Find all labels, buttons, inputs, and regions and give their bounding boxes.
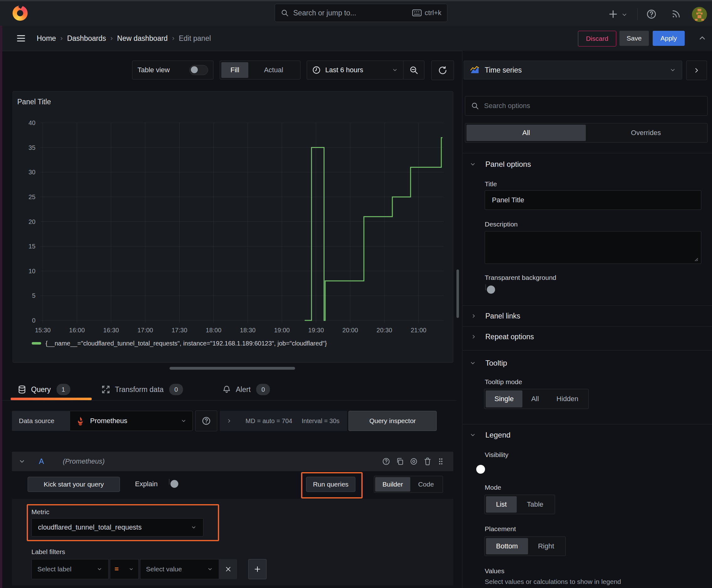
actual-option[interactable]: Actual xyxy=(248,62,299,78)
chart-legend[interactable]: {__name__="cloudflared_tunnel_total_requ… xyxy=(32,339,327,348)
query-ref-header[interactable]: A (Prometheus) xyxy=(12,452,453,471)
keyboard-icon xyxy=(412,9,422,16)
explain-toggle[interactable] xyxy=(169,479,170,485)
section-divider xyxy=(462,350,712,351)
delete-query-trash-icon[interactable] xyxy=(421,457,434,466)
placement-right[interactable]: Right xyxy=(528,538,564,554)
add-chevron-down-icon[interactable] xyxy=(621,11,628,18)
duplicate-query-icon[interactable] xyxy=(393,457,407,466)
select-label-dropdown[interactable]: Select label xyxy=(31,559,109,579)
news-rss-icon[interactable] xyxy=(670,8,682,20)
datasource-help-button[interactable] xyxy=(195,411,217,431)
datasource-picker[interactable]: Prometheus xyxy=(70,411,193,431)
tab-transform[interactable]: Transform data 0 xyxy=(101,382,183,397)
tab-query[interactable]: Query 1 xyxy=(17,382,70,397)
transform-icon xyxy=(101,385,110,394)
time-range-picker[interactable]: Last 6 hours xyxy=(307,61,403,79)
tab-query-label: Query xyxy=(31,385,51,394)
query-options-summary[interactable]: MD = auto = 704 Interval = 30s xyxy=(220,411,347,431)
tab-overrides[interactable]: Overrides xyxy=(586,125,706,141)
svg-text:17:30: 17:30 xyxy=(171,327,187,334)
collapse-options-button[interactable] xyxy=(686,61,707,80)
drag-handle-grip-icon[interactable] xyxy=(434,457,447,466)
horizontal-scrollbar[interactable] xyxy=(170,367,295,370)
metric-select[interactable]: cloudflared_tunnel_total_requests xyxy=(31,518,203,537)
menu-hamburger-icon[interactable] xyxy=(14,32,28,45)
tooltip-header[interactable]: Tooltip xyxy=(469,358,507,369)
add-button[interactable] xyxy=(607,8,619,20)
operator-chevron-down-icon xyxy=(128,566,134,572)
svg-text:20:30: 20:30 xyxy=(376,327,392,334)
legend-mode-group: List Table xyxy=(484,495,555,514)
datasource-label: Data source xyxy=(12,411,70,431)
kick-start-query-button[interactable]: Kick start your query xyxy=(28,477,120,492)
discard-button[interactable]: Discard xyxy=(578,31,616,46)
operator-dropdown[interactable]: = xyxy=(110,559,139,579)
save-button[interactable]: Save xyxy=(619,31,649,46)
section-divider xyxy=(462,424,712,424)
panel-links-header[interactable]: Panel links xyxy=(470,311,520,321)
tab-transform-label: Transform data xyxy=(115,385,164,394)
tooltip-mode-single[interactable]: Single xyxy=(486,391,522,407)
breadcrumb: Home › Dashboards › New dashboard › Edit… xyxy=(37,26,211,51)
grafana-logo[interactable] xyxy=(13,6,28,21)
query-ref-id: A xyxy=(39,457,44,466)
zoom-out-icon[interactable] xyxy=(404,61,424,79)
options-chevron-right-icon xyxy=(226,418,232,424)
panel-links-chevron-right-icon xyxy=(470,313,477,319)
global-search[interactable]: Search or jump to... ctrl+k xyxy=(275,4,447,22)
resize-handle-icon[interactable] xyxy=(692,255,699,262)
code-option[interactable]: Code xyxy=(410,477,442,491)
time-range-label: Last 6 hours xyxy=(325,66,363,74)
select-value-dropdown[interactable]: Select value xyxy=(140,559,219,579)
tab-transform-count: 0 xyxy=(169,384,183,395)
transparent-bg-toggle[interactable] xyxy=(486,284,486,290)
tooltip-mode-hidden[interactable]: Hidden xyxy=(548,391,587,407)
remove-filter-button[interactable] xyxy=(219,559,237,579)
description-textarea[interactable] xyxy=(485,231,701,264)
query-help-icon[interactable] xyxy=(379,457,393,466)
add-filter-button[interactable] xyxy=(248,559,266,579)
disable-query-eye-icon[interactable] xyxy=(407,457,421,466)
breadcrumb-new-dashboard[interactable]: New dashboard xyxy=(117,34,168,43)
builder-code-group: Builder Code xyxy=(374,476,443,493)
placement-bottom[interactable]: Bottom xyxy=(486,538,528,554)
panel-title-input[interactable]: Panel Title xyxy=(485,190,701,210)
tab-alert-label: Alert xyxy=(236,385,251,394)
fill-option[interactable]: Fill xyxy=(221,62,248,78)
viz-picker[interactable]: Time series xyxy=(464,61,682,80)
breadcrumb-edit-panel: Edit panel xyxy=(179,34,211,43)
apply-button[interactable]: Apply xyxy=(653,31,685,46)
tab-alert-count: 0 xyxy=(256,384,270,395)
table-view-toggle[interactable] xyxy=(189,65,208,75)
repeat-options-header[interactable]: Repeat options xyxy=(470,332,534,342)
fill-actual-group: Fill Actual xyxy=(220,61,300,80)
refresh-button[interactable] xyxy=(431,61,454,80)
label-filter-row: Select label = Select value xyxy=(31,559,266,579)
breadcrumb-dashboards[interactable]: Dashboards xyxy=(67,34,106,43)
legend-header[interactable]: Legend xyxy=(469,430,511,440)
legend-series-swatch xyxy=(32,342,41,344)
tab-query-count: 1 xyxy=(57,384,70,395)
tab-alert[interactable]: Alert 0 xyxy=(222,382,270,397)
legend-mode-list[interactable]: List xyxy=(486,496,517,512)
breadcrumb-bar: Home › Dashboards › New dashboard › Edit… xyxy=(2,26,712,51)
legend-mode-table[interactable]: Table xyxy=(517,496,554,512)
panel-options-header[interactable]: Panel options xyxy=(469,159,531,170)
collapse-chevron-up-icon[interactable] xyxy=(696,33,709,43)
tooltip-title: Tooltip xyxy=(486,359,507,368)
svg-text:16:00: 16:00 xyxy=(69,327,85,334)
builder-option[interactable]: Builder xyxy=(375,477,410,491)
chart-svg[interactable]: 051015202530354015:3016:0016:3017:0017:3… xyxy=(13,91,454,363)
run-queries-button[interactable]: Run queries xyxy=(306,477,355,492)
tooltip-mode-label: Tooltip mode xyxy=(485,378,522,386)
options-search[interactable]: Search options xyxy=(465,96,708,115)
tab-all[interactable]: All xyxy=(467,125,586,141)
query-inspector-button[interactable]: Query inspector xyxy=(348,411,437,431)
svg-text:5: 5 xyxy=(32,292,36,299)
tooltip-mode-all[interactable]: All xyxy=(522,391,547,407)
help-icon[interactable] xyxy=(645,8,657,20)
user-avatar[interactable] xyxy=(692,7,707,22)
breadcrumb-home[interactable]: Home xyxy=(37,34,56,43)
vertical-scrollbar[interactable] xyxy=(456,270,459,318)
